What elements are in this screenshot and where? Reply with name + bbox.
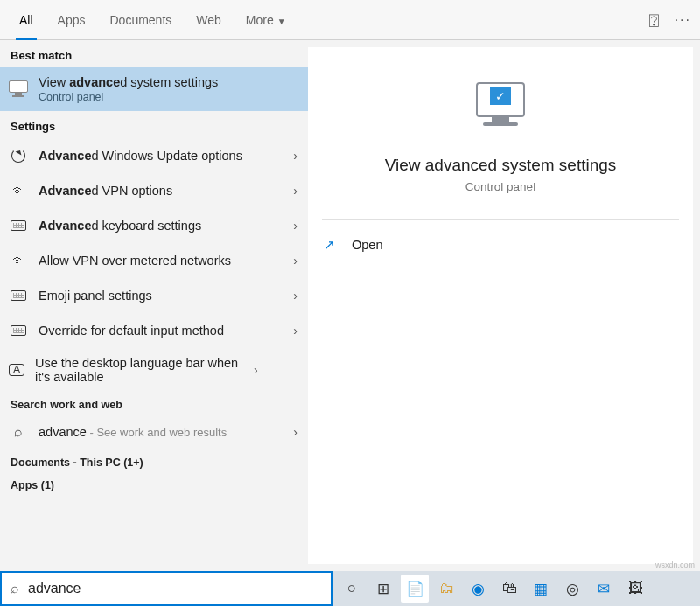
keyboard-icon bbox=[9, 321, 28, 340]
taskbar-app-edge[interactable]: ◉ bbox=[464, 575, 492, 603]
chevron-right-icon: › bbox=[293, 254, 298, 268]
language-icon: A bbox=[9, 364, 24, 376]
settings-item-keyboard[interactable]: Advanced keyboard settings › bbox=[0, 208, 308, 243]
computer-icon bbox=[9, 80, 28, 99]
preview-sub: Control panel bbox=[385, 180, 617, 193]
refresh-icon bbox=[9, 146, 28, 165]
chevron-right-icon: › bbox=[293, 149, 298, 163]
section-settings: Settings bbox=[0, 111, 308, 138]
tab-all[interactable]: All bbox=[7, 0, 46, 40]
taskbar-app-mail[interactable]: ✉ bbox=[590, 575, 618, 603]
keyboard-icon bbox=[9, 216, 28, 235]
taskbar-app-store[interactable]: 🛍 bbox=[495, 575, 523, 603]
keyboard-icon bbox=[9, 286, 28, 305]
settings-item-vpn[interactable]: ᯤ Advanced VPN options › bbox=[0, 173, 308, 208]
tab-apps[interactable]: Apps bbox=[46, 0, 98, 40]
settings-item-override-input[interactable]: Override for default input method › bbox=[0, 313, 308, 348]
open-icon: ↗ bbox=[324, 238, 340, 252]
vpn-icon: ᯤ bbox=[9, 251, 28, 270]
chevron-right-icon: › bbox=[254, 363, 258, 377]
more-options-icon[interactable]: ··· bbox=[675, 12, 691, 28]
section-best-match: Best match bbox=[0, 40, 308, 67]
taskbar-app-notepad[interactable]: 📄 bbox=[401, 575, 429, 603]
search-results-body: Best match View advanced system settings… bbox=[0, 40, 700, 571]
taskbar: ○ ⊞ 📄 🗂 ◉ 🛍 ▦ ◎ ✉ 🖼 bbox=[332, 571, 700, 606]
section-documents[interactable]: Documents - This PC (1+) bbox=[0, 449, 308, 472]
search-tabs: All Apps Documents Web More▼ ⍰ ··· bbox=[0, 0, 700, 40]
web-search-item[interactable]: ⌕ advance - See work and web results › bbox=[0, 414, 308, 449]
cortana-icon[interactable]: ○ bbox=[338, 575, 366, 603]
best-match-item[interactable]: View advanced system settings Control pa… bbox=[0, 67, 308, 111]
chevron-right-icon: › bbox=[293, 425, 298, 439]
chevron-right-icon: › bbox=[293, 184, 298, 198]
best-match-title-pre: View bbox=[38, 75, 69, 89]
open-action[interactable]: ↗ Open bbox=[322, 231, 679, 259]
section-apps[interactable]: Apps (1) bbox=[0, 472, 308, 495]
settings-item-language-bar[interactable]: A Use the desktop language bar when it's… bbox=[0, 348, 308, 392]
watermark: wsxdn.com bbox=[655, 561, 695, 569]
divider bbox=[322, 219, 679, 220]
chevron-down-icon: ▼ bbox=[277, 17, 286, 26]
preview-pane: ✓ View advanced system settings Control … bbox=[308, 47, 693, 564]
vpn-icon: ᯤ bbox=[9, 181, 28, 200]
taskbar-app-explorer[interactable]: 🗂 bbox=[432, 575, 460, 603]
settings-item-emoji[interactable]: Emoji panel settings › bbox=[0, 278, 308, 313]
results-list: Best match View advanced system settings… bbox=[0, 40, 308, 571]
best-match-title-post: d system settings bbox=[120, 75, 218, 89]
best-match-title-bold: advance bbox=[69, 75, 120, 89]
taskbar-app-photos[interactable]: ▦ bbox=[527, 575, 555, 603]
feedback-icon[interactable]: ⍰ bbox=[649, 11, 659, 30]
search-box[interactable]: ⌕ bbox=[0, 571, 332, 606]
best-match-sub: Control panel bbox=[38, 91, 298, 103]
chevron-right-icon: › bbox=[293, 324, 298, 338]
tab-web[interactable]: Web bbox=[184, 0, 234, 40]
settings-item-update[interactable]: Advanced Windows Update options › bbox=[0, 138, 308, 173]
task-view-icon[interactable]: ⊞ bbox=[369, 575, 397, 603]
tab-more[interactable]: More▼ bbox=[234, 0, 298, 40]
settings-item-vpn-metered[interactable]: ᯤ Allow VPN over metered networks › bbox=[0, 243, 308, 278]
search-icon: ⌕ bbox=[10, 581, 19, 596]
search-input[interactable] bbox=[28, 581, 322, 596]
taskbar-app-chrome[interactable]: ◎ bbox=[558, 575, 586, 603]
tab-documents[interactable]: Documents bbox=[97, 0, 184, 40]
taskbar-app-gallery[interactable]: 🖼 bbox=[621, 575, 649, 603]
preview-title: View advanced system settings bbox=[385, 156, 617, 175]
open-label: Open bbox=[352, 238, 382, 252]
computer-icon: ✓ bbox=[470, 82, 531, 135]
search-icon: ⌕ bbox=[9, 422, 28, 442]
chevron-right-icon: › bbox=[293, 289, 298, 303]
chevron-right-icon: › bbox=[293, 219, 298, 233]
section-search-work-web: Search work and web bbox=[0, 392, 308, 414]
